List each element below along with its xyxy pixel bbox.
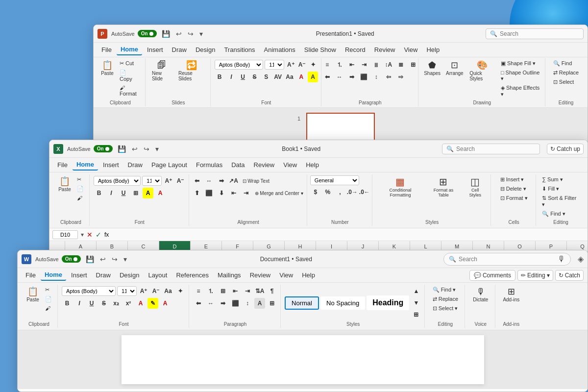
xl-alignright-button[interactable]: ➡: [216, 175, 227, 186]
ppt-charspacing-button[interactable]: AV: [273, 72, 283, 82]
ppt-changecase-button[interactable]: Aa: [285, 72, 295, 82]
xl-formula-input[interactable]: [112, 231, 585, 238]
xl-numformat-select[interactable]: General: [310, 175, 359, 185]
word-justify-button[interactable]: ⬛: [230, 298, 241, 309]
ppt-ltr-button[interactable]: ⇨: [395, 72, 406, 82]
ppt-bullets-button[interactable]: ≡: [322, 59, 333, 70]
word-show-button[interactable]: ¶: [267, 286, 277, 296]
ppt-menu-view[interactable]: View: [400, 45, 421, 55]
ppt-arrange-button[interactable]: ⊡ Arrange: [444, 59, 466, 98]
xl-menu-review[interactable]: Review: [250, 160, 279, 170]
word-numbering-button[interactable]: ⒈: [205, 286, 216, 296]
xl-redo-icon[interactable]: ↪: [142, 144, 151, 154]
xl-decrease-indent-button[interactable]: ⇤: [228, 188, 239, 198]
word-style-heading[interactable]: Heading: [367, 295, 409, 310]
word-voice-search-icon[interactable]: 🎙: [558, 255, 565, 264]
ppt-textdirection-button[interactable]: ↕A: [383, 59, 394, 70]
word-menu-help[interactable]: Help: [298, 270, 319, 280]
ppt-menu-record[interactable]: Record: [341, 45, 369, 55]
ppt-menu-help[interactable]: Help: [422, 45, 443, 55]
xl-menu-file[interactable]: File: [53, 160, 72, 170]
word-linespacing-button[interactable]: ↕: [242, 298, 253, 309]
ppt-grow-button[interactable]: A⁺: [286, 59, 295, 70]
word-autosave-toggle[interactable]: On: [62, 255, 81, 263]
ppt-shapeoutline-button[interactable]: □ Shape Outline ▾: [499, 69, 542, 83]
word-replace-button[interactable]: ⇄ Replace: [431, 295, 460, 303]
xl-find-button[interactable]: 🔍 Find ▾: [540, 210, 582, 218]
xl-comma-button[interactable]: ,: [335, 187, 345, 197]
xl-grow-button[interactable]: A⁺: [163, 175, 173, 186]
xl-underline-button[interactable]: U: [118, 188, 129, 198]
ppt-newslide-button[interactable]: 🗐 New Slide: [149, 59, 174, 83]
ppt-strikethrough-button[interactable]: S: [249, 72, 260, 82]
ppt-menu-design[interactable]: Design: [192, 45, 219, 55]
xl-menu-formulas[interactable]: Formulas: [192, 160, 226, 170]
xl-cellstyles-button[interactable]: ◫ Cell Styles: [463, 175, 488, 199]
xl-percent-button[interactable]: %: [322, 187, 333, 197]
word-menu-draw[interactable]: Draw: [92, 270, 115, 280]
ppt-rtl-button[interactable]: ⇦: [383, 72, 394, 82]
word-save-icon[interactable]: 💾: [84, 254, 96, 264]
word-border-button[interactable]: ⊞: [267, 298, 277, 309]
ppt-paste-button[interactable]: 📋 Paste: [98, 59, 116, 77]
ppt-shapeeffects-button[interactable]: ◈ Shape Effects ▾: [499, 84, 542, 98]
word-alignleft-button[interactable]: ⬅: [193, 298, 204, 309]
xl-fill-button[interactable]: A: [143, 188, 153, 198]
xl-format-painter-button[interactable]: 🖌: [75, 194, 86, 202]
xl-sum-button[interactable]: ∑ Sum ▾: [540, 175, 582, 184]
ppt-columns-button[interactable]: ⫼: [371, 59, 382, 70]
ppt-aligncenter-button[interactable]: ↔: [334, 72, 345, 82]
word-catchup-button[interactable]: ↻ Catch: [555, 270, 584, 281]
word-paste-button[interactable]: 📋 Paste: [24, 286, 42, 304]
word-shrink-button[interactable]: A⁻: [150, 286, 161, 296]
word-select-button[interactable]: ⊡ Select ▾: [431, 304, 460, 313]
word-styles-expand-button[interactable]: ⊞: [411, 309, 421, 320]
xl-undo-icon[interactable]: ↩: [130, 144, 140, 154]
ppt-menu-animations[interactable]: Animations: [260, 45, 299, 55]
word-editing-button[interactable]: ✏ Editing ▾: [517, 270, 553, 281]
ppt-shadow-button[interactable]: S: [261, 72, 271, 82]
word-alignright-button[interactable]: ➡: [218, 298, 228, 309]
xl-delete-button[interactable]: ⊟ Delete ▾: [498, 185, 530, 193]
word-undo-icon[interactable]: ↩: [98, 254, 108, 264]
xl-paste-button[interactable]: 📋 Paste: [56, 175, 74, 194]
word-menu-references[interactable]: References: [172, 270, 212, 280]
xl-confirm-icon[interactable]: ✓: [96, 231, 101, 239]
xl-border-button[interactable]: ⊞: [130, 188, 141, 198]
word-menu-mailings[interactable]: Mailings: [214, 270, 245, 280]
ppt-save-icon[interactable]: 💾: [160, 29, 172, 39]
word-increase-indent-button[interactable]: ⇥: [242, 286, 253, 296]
xl-increase-indent-button[interactable]: ⇥: [241, 188, 251, 198]
ppt-increase-indent-button[interactable]: ⇥: [359, 59, 369, 70]
ppt-copy-button[interactable]: 📄 Copy: [118, 69, 142, 83]
word-menu-insert[interactable]: Insert: [67, 270, 91, 280]
xl-search-input[interactable]: [456, 146, 536, 152]
xl-dollar-button[interactable]: $: [310, 187, 321, 197]
ppt-font-select[interactable]: Aptos (Body): [215, 60, 264, 70]
xl-customize-icon[interactable]: ▾: [153, 144, 161, 154]
word-menu-home[interactable]: Home: [41, 270, 66, 281]
word-textcolor-button[interactable]: A: [160, 298, 171, 309]
ppt-justify-button[interactable]: ⬛: [359, 72, 369, 82]
word-style-normal[interactable]: Normal: [285, 296, 319, 310]
ppt-search-input[interactable]: [500, 30, 579, 37]
xl-autosave-toggle[interactable]: On: [94, 145, 113, 152]
ppt-shapes-button[interactable]: ⬟ Shapes: [422, 59, 442, 98]
word-changecase-button[interactable]: Aa: [163, 286, 173, 296]
xl-sort-button[interactable]: ⇅ Sort & Filter ▾: [540, 194, 582, 209]
ppt-search-box[interactable]: 🔍: [486, 28, 584, 39]
ppt-menu-file[interactable]: File: [98, 45, 116, 55]
xl-italic-button[interactable]: I: [106, 188, 117, 198]
xl-menu-view[interactable]: View: [279, 160, 301, 170]
word-style-nospacing[interactable]: No Spacing: [320, 296, 365, 310]
ppt-menu-slideshow[interactable]: Slide Show: [300, 45, 340, 55]
ppt-reuseslides-button[interactable]: 🔁 Reuse Slides: [176, 59, 207, 83]
xl-cancel-icon[interactable]: ✕: [87, 231, 93, 239]
ppt-select-button[interactable]: ⊡ Select: [551, 78, 581, 86]
ppt-numbering-button[interactable]: ⒈: [334, 59, 345, 70]
xl-search-box[interactable]: 🔍: [442, 144, 540, 154]
ppt-italic-button[interactable]: I: [226, 72, 236, 82]
xl-menu-pagelayout[interactable]: Page Layout: [147, 160, 191, 170]
word-find-button[interactable]: 🔍 Find ▾: [431, 286, 460, 294]
ppt-alignright-button[interactable]: ➡: [346, 72, 357, 82]
